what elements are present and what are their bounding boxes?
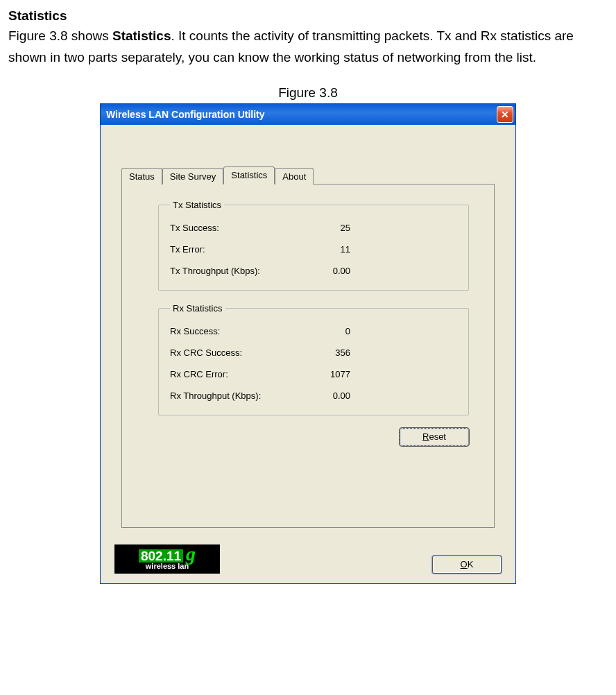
- reset-mnemonic: R: [422, 431, 429, 442]
- close-icon: ✕: [501, 109, 509, 120]
- rx-crc-success-value: 356: [309, 348, 350, 358]
- reset-rest: eset: [429, 431, 446, 442]
- rx-throughput-row: Rx Throughput (Kbps): 0.00: [170, 385, 350, 406]
- wifi-logo: 802.11 g wireless lan: [114, 544, 220, 574]
- tx-throughput-row: Tx Throughput (Kbps): 0.00: [170, 260, 350, 282]
- bottom-bar: 802.11 g wireless lan OK: [101, 535, 515, 583]
- rx-throughput-value: 0.00: [309, 391, 350, 401]
- tab-about[interactable]: About: [275, 168, 314, 185]
- para-bold: Statistics: [112, 28, 171, 43]
- ok-mnemonic: O: [461, 559, 468, 569]
- logo-g: g: [186, 547, 196, 561]
- rx-statistics-group: Rx Statistics Rx Success: 0 Rx CRC Succe…: [158, 303, 469, 415]
- ok-button[interactable]: OK: [432, 556, 502, 574]
- para-pre: Figure 3.8 shows: [8, 28, 112, 43]
- rx-crc-error-value: 1077: [309, 369, 350, 379]
- doc-heading: Statistics: [8, 8, 608, 24]
- window-title: Wireless LAN Configuration Utility: [106, 109, 265, 120]
- ok-rest: K: [468, 559, 474, 569]
- tx-success-row: Tx Success: 25: [170, 217, 350, 239]
- tx-statistics-group: Tx Statistics Tx Success: 25 Tx Error: 1…: [158, 200, 469, 291]
- tabstrip: Status Site Survey Statistics About: [121, 166, 495, 185]
- tab-content-statistics: Tx Statistics Tx Success: 25 Tx Error: 1…: [121, 185, 495, 528]
- titlebar[interactable]: Wireless LAN Configuration Utility ✕: [101, 104, 515, 125]
- tab-statistics[interactable]: Statistics: [223, 166, 275, 185]
- tab-site-survey[interactable]: Site Survey: [162, 168, 223, 185]
- figure-caption: Figure 3.8: [8, 85, 608, 101]
- rx-legend: Rx Statistics: [170, 303, 225, 314]
- tx-success-label: Tx Success:: [170, 223, 219, 233]
- logo-sub: wireless lan: [146, 563, 189, 570]
- rx-crc-success-label: Rx CRC Success:: [170, 348, 242, 358]
- rx-crc-error-row: Rx CRC Error: 1077: [170, 363, 350, 385]
- tx-error-value: 11: [309, 244, 350, 255]
- tx-throughput-label: Tx Throughput (Kbps):: [170, 266, 260, 276]
- rx-success-value: 0: [309, 326, 350, 336]
- logo-80211: 802.11: [139, 549, 183, 563]
- tx-legend: Tx Statistics: [170, 200, 224, 210]
- tab-status[interactable]: Status: [121, 168, 162, 185]
- dialog-window: Wireless LAN Configuration Utility ✕ Sta…: [100, 103, 516, 584]
- close-button[interactable]: ✕: [497, 106, 513, 123]
- reset-button[interactable]: Reset: [400, 428, 469, 446]
- tx-error-label: Tx Error:: [170, 244, 205, 255]
- rx-throughput-label: Rx Throughput (Kbps):: [170, 391, 261, 401]
- rx-crc-error-label: Rx CRC Error:: [170, 369, 228, 379]
- rx-success-label: Rx Success:: [170, 326, 220, 336]
- tx-error-row: Tx Error: 11: [170, 239, 350, 260]
- tx-throughput-value: 0.00: [309, 266, 350, 276]
- rx-success-row: Rx Success: 0: [170, 320, 350, 342]
- rx-crc-success-row: Rx CRC Success: 356: [170, 342, 350, 363]
- tx-success-value: 25: [309, 223, 350, 233]
- doc-paragraph: Figure 3.8 shows Statistics. It counts t…: [8, 25, 608, 69]
